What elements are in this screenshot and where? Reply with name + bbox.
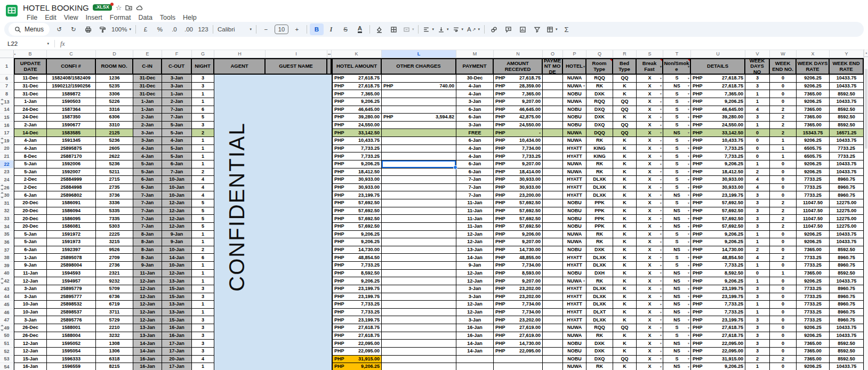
bold-button[interactable]: B	[310, 23, 324, 35]
cell-R54[interactable]: K	[613, 363, 637, 370]
cell-L47[interactable]	[382, 316, 456, 324]
cell-Y51[interactable]: 8592.50	[830, 340, 864, 348]
cell-Y7[interactable]: 10433.75	[830, 83, 864, 91]
cell-Q51[interactable]: DXK	[586, 340, 613, 348]
cell-P13[interactable]: NUWA	[563, 98, 586, 106]
cell-L23[interactable]	[382, 168, 456, 176]
cell-P8[interactable]: NOBU	[563, 90, 586, 98]
cell-L38[interactable]	[382, 254, 456, 262]
cell-S52[interactable]: X▾	[637, 348, 663, 356]
cell-Y45[interactable]: 8960.75	[830, 301, 864, 309]
cell-F22[interactable]: 6-Jan	[162, 160, 192, 168]
cell-Y31[interactable]: 12275.00	[830, 199, 864, 207]
cell-O32[interactable]	[543, 207, 563, 215]
cell-X14[interactable]: 7365.00	[797, 106, 830, 114]
cell-R22[interactable]: K	[613, 160, 637, 168]
cell-B26[interactable]: 2-Dec	[14, 184, 47, 192]
dropdown-arrow-icon[interactable]: ▾	[583, 84, 585, 87]
cell-B30[interactable]: 6-Jan	[14, 191, 47, 199]
cell-X17[interactable]: 15343.75	[797, 129, 830, 137]
cell-K35[interactable]: PHP9,206.25	[332, 231, 382, 239]
cell-N35[interactable]: PHP9,206.00	[494, 231, 543, 239]
cell-E51[interactable]: 14-Jan	[133, 340, 162, 348]
cell-W47[interactable]: 0	[770, 316, 797, 324]
cell-T32[interactable]: NS▾	[663, 207, 691, 215]
column-header-S[interactable]: S	[637, 50, 663, 58]
cell-N13[interactable]: PHP9,207.00	[494, 98, 543, 106]
cell-F17[interactable]: 5-Jan	[162, 129, 192, 137]
cell-M24[interactable]: 7-Jan	[456, 176, 494, 184]
cell-K43[interactable]: PHP23,199.75	[332, 285, 382, 293]
cell-G7[interactable]: 3	[192, 83, 214, 91]
column-header-L[interactable]: L	[382, 50, 456, 58]
cell-F53[interactable]: 20-Jan	[162, 356, 192, 364]
cell-S39[interactable]: X▾	[637, 262, 663, 270]
cell-O36[interactable]	[543, 238, 563, 246]
dropdown-arrow-icon[interactable]: ▾	[688, 186, 689, 189]
cell-N7[interactable]: PHP28,359.00	[494, 83, 543, 91]
cell-G45[interactable]: 1	[192, 301, 214, 309]
cell-G13[interactable]: 1	[192, 98, 214, 106]
cell-C45[interactable]: 25898532	[47, 301, 96, 309]
cell-R13[interactable]: QQ	[613, 98, 637, 106]
functions-button[interactable]: Σ	[559, 23, 573, 35]
cell-U50[interactable]: PHP27,618.75	[691, 332, 745, 340]
cell-K20[interactable]: PHP7,733.25	[332, 145, 382, 153]
cell-N49[interactable]: PHP27,619.00	[494, 324, 543, 332]
cell-G6[interactable]: 3	[192, 75, 214, 83]
cell-K17[interactable]: PHP33,142.50	[332, 129, 382, 137]
cell-K8[interactable]: PHP7,365.00	[332, 90, 382, 98]
text-wrap-button[interactable]: ▾	[451, 23, 465, 35]
cell-Y37[interactable]: 8592.50	[830, 246, 864, 254]
column-title-Y[interactable]: WEEK END RATE	[830, 58, 864, 75]
insert-chart-button[interactable]	[516, 23, 530, 35]
cell-Q37[interactable]: DXK	[586, 246, 613, 254]
cell-S17[interactable]: X▾	[637, 129, 663, 137]
menu-format[interactable]: Format	[106, 13, 135, 22]
cell-K31[interactable]: PHP57,692.50	[332, 199, 382, 207]
cell-K46[interactable]: PHP7,733.25	[332, 309, 382, 317]
cell-D34[interactable]: 5303	[96, 223, 133, 231]
column-header-M[interactable]: M	[456, 50, 494, 58]
cell-N40[interactable]: PHP8,593.00	[494, 270, 543, 278]
cell-O15[interactable]	[543, 114, 563, 122]
cell-Q49[interactable]: RQQ	[586, 324, 613, 332]
confidential-merged-cell[interactable]	[214, 309, 332, 317]
cell-O38[interactable]	[543, 254, 563, 262]
cell-P6[interactable]: NUWA	[563, 75, 586, 83]
cell-W46[interactable]: 0	[770, 309, 797, 317]
column-header-X[interactable]: X	[797, 50, 830, 58]
cell-G16[interactable]: 3	[192, 122, 214, 130]
cell-M7[interactable]: 4-Jan	[456, 83, 494, 91]
column-title-N[interactable]: AMOUNT RECEIVED	[494, 58, 543, 75]
confidential-merged-cell[interactable]	[214, 277, 332, 285]
cell-D14[interactable]: 3316	[96, 106, 133, 114]
cell-D15[interactable]: 6306	[96, 114, 133, 122]
row-header-26[interactable]: 26	[0, 184, 14, 192]
cell-R33[interactable]: K	[613, 215, 637, 223]
cell-M21[interactable]: 4-Jan	[456, 152, 494, 160]
column-title-H[interactable]: AGENT	[214, 58, 266, 75]
dropdown-arrow-icon[interactable]: ▾	[660, 287, 662, 291]
cell-V30[interactable]: 3	[745, 191, 770, 199]
cell-Y36[interactable]: 10433.75	[830, 238, 864, 246]
cell-L19[interactable]	[382, 137, 456, 145]
cell-R37[interactable]: K	[613, 246, 637, 254]
cell-S44[interactable]: X▾	[637, 293, 663, 301]
menu-insert[interactable]: Insert	[82, 13, 106, 22]
cell-X30[interactable]: 7733.25	[797, 191, 830, 199]
cell-X35[interactable]: 9206.25	[797, 231, 830, 239]
dropdown-arrow-icon[interactable]: ▾	[660, 65, 662, 68]
cell-F46[interactable]: 13-Jan	[162, 309, 192, 317]
cell-K22[interactable]: PHP9,206.25	[332, 160, 382, 168]
cell-F37[interactable]: 10-Jan	[162, 246, 192, 254]
row-header-49[interactable]: 49	[0, 324, 14, 332]
cell-G20[interactable]: 1	[192, 145, 214, 153]
cell-U49[interactable]: PHP27,618.75	[691, 324, 745, 332]
cell-X13[interactable]: 9206.25	[797, 98, 830, 106]
confidential-merged-cell[interactable]	[214, 114, 332, 122]
confidential-merged-cell[interactable]	[214, 168, 332, 176]
confidential-merged-cell[interactable]	[214, 199, 332, 207]
column-title-J[interactable]	[327, 58, 332, 75]
cell-L6[interactable]	[382, 75, 456, 83]
